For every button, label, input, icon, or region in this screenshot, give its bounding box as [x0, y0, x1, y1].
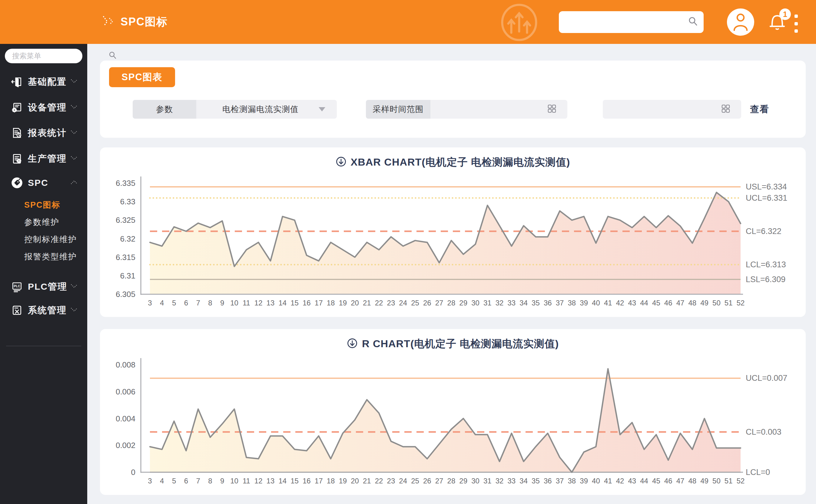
- svg-text:29: 29: [459, 477, 468, 485]
- search-icon[interactable]: [688, 16, 698, 28]
- svg-text:22: 22: [375, 477, 383, 485]
- svg-text:44: 44: [640, 477, 648, 485]
- report-doc-icon: [11, 127, 23, 139]
- svg-text:0.004: 0.004: [116, 414, 135, 423]
- sidebar-item-device-mgmt[interactable]: 设备管理: [0, 98, 87, 117]
- svg-text:21: 21: [363, 477, 371, 485]
- svg-text:47: 47: [676, 477, 685, 485]
- sidebar-item-system-mgmt[interactable]: 系统管理: [0, 301, 87, 319]
- download-circle-icon[interactable]: [347, 338, 358, 350]
- svg-text:43: 43: [628, 477, 636, 485]
- spc-chart-tab-button[interactable]: SPC图表: [109, 67, 175, 87]
- search-icon[interactable]: [108, 51, 117, 61]
- svg-text:8: 8: [208, 299, 212, 307]
- chevron-down-icon: [70, 283, 78, 291]
- svg-text:11: 11: [243, 299, 250, 307]
- sidebar-item-label: 报表统计: [28, 127, 70, 139]
- svg-text:41: 41: [604, 299, 612, 307]
- date-to-input[interactable]: [603, 100, 741, 119]
- sidebar-item-label: 生产管理: [28, 153, 70, 165]
- param-select[interactable]: 电检测漏电流实测值: [196, 100, 337, 119]
- svg-text:15: 15: [290, 299, 299, 307]
- xbar-chart-card: XBAR CHART(电机定子 电检测漏电流实测值) USL=6.334UCL=…: [100, 147, 806, 317]
- svg-text:CL=0.003: CL=0.003: [746, 427, 781, 436]
- chart-title: R CHART(电机定子 电检测漏电流实测值): [362, 337, 559, 351]
- svg-text:11: 11: [243, 477, 250, 485]
- logo-trend-icon: [499, 4, 542, 42]
- svg-text:6.31: 6.31: [120, 271, 135, 280]
- download-circle-icon[interactable]: [335, 156, 346, 168]
- svg-text:4: 4: [160, 477, 164, 485]
- svg-text:48: 48: [688, 299, 696, 307]
- svg-text:LCL=0: LCL=0: [746, 468, 770, 477]
- r-chart-svg: UCL=0.007CL=0.003LCL=00.0080.0060.0040.0…: [100, 329, 806, 495]
- plc-screen-icon: PLC: [11, 281, 23, 293]
- svg-text:37: 37: [556, 299, 564, 307]
- svg-text:44: 44: [640, 299, 648, 307]
- sidebar-subitem-control-std-maint[interactable]: 控制标准维护: [0, 232, 87, 246]
- sidebar-item-production-mgmt[interactable]: 生产管理: [0, 150, 87, 168]
- svg-text:51: 51: [725, 299, 733, 307]
- sidebar-subitem-alarm-type-maint[interactable]: 报警类型维护: [0, 250, 87, 264]
- time-range-label-chip: 采样时间范围: [366, 100, 431, 119]
- svg-text:33: 33: [508, 299, 516, 307]
- svg-text:39: 39: [580, 477, 588, 485]
- svg-text:8: 8: [208, 477, 212, 485]
- svg-text:9: 9: [220, 477, 224, 485]
- svg-text:36: 36: [544, 299, 552, 307]
- sidebar-item-report-stats[interactable]: 报表统计: [0, 124, 87, 142]
- svg-text:50: 50: [712, 299, 721, 307]
- svg-text:31: 31: [484, 299, 492, 307]
- clipboard-gear-icon: [11, 153, 23, 165]
- svg-text:UCL=0.007: UCL=0.007: [746, 374, 787, 383]
- svg-text:48: 48: [688, 477, 696, 485]
- sidebar-item-base-config[interactable]: 基础配置: [0, 73, 87, 91]
- calendar-icon[interactable]: [547, 104, 557, 114]
- sidebar-divider: [6, 346, 81, 346]
- sidebar-item-label: 系统管理: [28, 304, 70, 317]
- svg-text:34: 34: [520, 477, 528, 485]
- svg-text:51: 51: [725, 477, 733, 485]
- avatar[interactable]: [727, 8, 754, 36]
- svg-text:30: 30: [471, 477, 480, 485]
- spc-dashboard: SPC图标: [0, 0, 816, 504]
- sidebar-search-input[interactable]: [5, 52, 108, 60]
- svg-text:3: 3: [148, 299, 152, 307]
- svg-text:17: 17: [315, 477, 323, 485]
- svg-text:32: 32: [496, 477, 504, 485]
- svg-text:41: 41: [604, 477, 612, 485]
- header-search: [559, 11, 704, 33]
- chevron-down-icon: [319, 107, 325, 111]
- sidebar-subitem-param-maint[interactable]: 参数维护: [0, 215, 87, 229]
- notification-bell[interactable]: 1: [768, 12, 789, 33]
- svg-text:24: 24: [399, 477, 407, 485]
- svg-text:6.305: 6.305: [116, 290, 135, 299]
- svg-text:6: 6: [184, 477, 188, 485]
- kebab-menu-icon[interactable]: [793, 15, 799, 33]
- date-from-input[interactable]: [431, 100, 567, 119]
- double-chevron-icon: [102, 14, 116, 31]
- svg-text:17: 17: [315, 299, 323, 307]
- view-button[interactable]: 查看: [748, 100, 771, 119]
- svg-text:29: 29: [459, 299, 468, 307]
- svg-text:6.32: 6.32: [120, 234, 135, 243]
- svg-text:45: 45: [652, 477, 660, 485]
- sidebar-item-plc-mgmt[interactable]: PLCPLC管理: [0, 278, 87, 296]
- svg-text:20: 20: [351, 477, 359, 485]
- svg-text:10: 10: [230, 299, 238, 307]
- svg-text:23: 23: [387, 299, 395, 307]
- header-search-input[interactable]: [559, 18, 688, 27]
- svg-text:19: 19: [338, 477, 347, 485]
- svg-text:15: 15: [290, 477, 299, 485]
- svg-text:22: 22: [375, 299, 383, 307]
- calendar-icon[interactable]: [721, 104, 730, 114]
- header-bar: SPC图标: [0, 0, 816, 44]
- svg-text:24: 24: [399, 299, 407, 307]
- svg-text:6.325: 6.325: [116, 216, 135, 225]
- sidebar-item-spc[interactable]: SPC: [0, 174, 87, 192]
- sidebar-subitem-spc-chart[interactable]: SPC图标: [0, 198, 87, 212]
- svg-text:13: 13: [266, 299, 275, 307]
- svg-text:43: 43: [628, 299, 636, 307]
- r-chart-card: R CHART(电机定子 电检测漏电流实测值) UCL=0.007CL=0.00…: [100, 329, 806, 495]
- sidebar-item-label: PLC管理: [28, 281, 70, 293]
